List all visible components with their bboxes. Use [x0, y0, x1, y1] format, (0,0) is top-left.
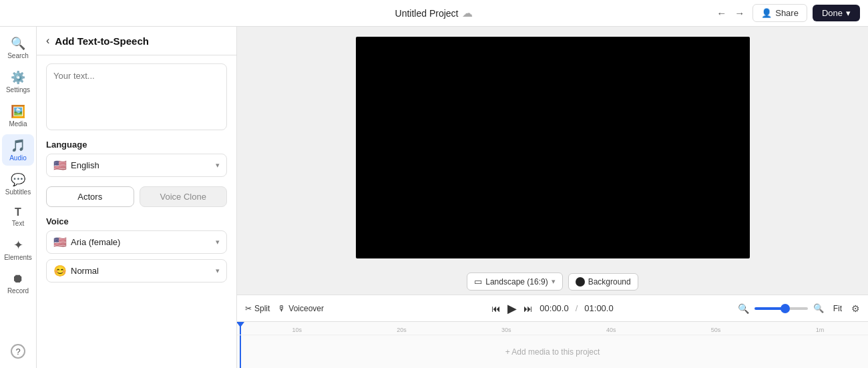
landscape-icon: ▭	[474, 277, 482, 287]
voice-style-icon: 😊	[53, 264, 67, 277]
voiceover-button[interactable]: 🎙 Voiceover	[278, 304, 324, 313]
panel-title: Add Text-to-Speech	[55, 35, 149, 47]
style-chevron-icon: ▾	[216, 266, 220, 275]
voice-section: Voice 🇺🇸 Aria (female) ▾ 😊 Normal ▾	[46, 216, 227, 283]
timeline-toolbar: ✂ Split 🎙 Voiceover ⏮ ▶ ⏭ 00:00.0 / 01:0…	[237, 295, 868, 322]
media-icon: 🖼️	[11, 104, 25, 119]
done-button[interactable]: Done ▾	[813, 5, 860, 21]
tab-actors[interactable]: Actors	[46, 186, 134, 207]
ruler-mark-30s: 30s	[501, 327, 554, 333]
sidebar-item-elements[interactable]: ✦ Elements	[2, 234, 34, 265]
voice-flag: 🇺🇸	[53, 236, 67, 248]
ruler-mark-1	[345, 327, 397, 333]
audio-icon: 🎵	[11, 138, 25, 153]
ruler-mark-1m: 1m	[816, 327, 868, 333]
ruler-mark-40s: 40s	[606, 327, 658, 333]
settings-icon: ⚙️	[11, 70, 25, 85]
panel-content: Language 🇺🇸 English ▾ Actors Voice Clone…	[37, 55, 236, 291]
elements-icon: ✦	[13, 238, 23, 252]
text-icon: T	[15, 206, 21, 218]
sidebar-item-subtitles[interactable]: 💬 Subtitles	[2, 168, 34, 200]
top-bar-right: ← → 👤 Share Done ▾	[714, 4, 860, 22]
undo-button[interactable]: ←	[714, 5, 729, 21]
background-button[interactable]: Background	[568, 273, 638, 291]
timeline-toolbar-center: ⏮ ▶ ⏭ 00:00.0 / 01:00.0	[450, 301, 655, 316]
timeline-track-area: 10s 20s 30s 40s 50s 1m	[237, 322, 868, 368]
undo-redo: ← →	[714, 5, 747, 21]
voice-label: Voice	[46, 216, 227, 226]
zoom-out-button[interactable]: 🔍	[738, 303, 749, 314]
language-section: Language 🇺🇸 English ▾	[46, 140, 227, 177]
project-title: Untitled Project	[395, 8, 459, 19]
ruler-mark-3	[554, 327, 606, 333]
ruler-mark-0	[240, 327, 292, 333]
landscape-chevron-icon: ▾	[552, 277, 556, 286]
video-preview	[356, 37, 750, 258]
sidebar-item-record[interactable]: ⏺ Record	[2, 268, 34, 299]
sidebar-item-settings[interactable]: ⚙️ Settings	[2, 66, 34, 98]
sidebar-item-text[interactable]: T Text	[2, 202, 34, 231]
add-media-track[interactable]: + Add media to this project	[237, 335, 868, 368]
redo-button[interactable]: →	[732, 5, 747, 21]
timeline-settings-button[interactable]: ⚙	[851, 303, 860, 314]
landscape-button[interactable]: ▭ Landscape (16:9) ▾	[467, 272, 562, 291]
language-dropdown-left: 🇺🇸 English	[53, 159, 99, 172]
background-label: Background	[588, 277, 631, 287]
split-button[interactable]: ✂ Split	[245, 304, 270, 313]
language-flag: 🇺🇸	[53, 159, 67, 172]
timeline-playhead	[240, 322, 241, 335]
zoom-in-button[interactable]: 🔍	[813, 303, 824, 313]
sidebar-item-audio[interactable]: 🎵 Audio	[2, 134, 34, 166]
voice-dropdown[interactable]: 🇺🇸 Aria (female) ▾	[46, 230, 227, 254]
sidebar-bottom: ?	[2, 340, 34, 368]
voice-style-value: Normal	[71, 266, 99, 276]
zoom-slider[interactable]	[754, 307, 808, 310]
record-icon: ⏺	[12, 272, 24, 286]
back-button[interactable]: ‹	[46, 35, 49, 47]
sidebar-item-search[interactable]: 🔍 Search	[2, 32, 34, 63]
share-icon: 👤	[761, 8, 772, 18]
background-color-swatch	[576, 277, 585, 287]
search-icon: 🔍	[11, 36, 25, 51]
play-button[interactable]: ▶	[507, 301, 517, 316]
canvas-area: ▭ Landscape (16:9) ▾ Background	[237, 27, 868, 295]
split-icon: ✂	[245, 304, 252, 313]
text-to-speech-input[interactable]	[46, 63, 227, 130]
timeline-toolbar-right: 🔍 🔍 Fit ⚙	[655, 302, 860, 315]
voice-value: Aria (female)	[71, 237, 120, 247]
tab-voice-clone[interactable]: Voice Clone	[140, 186, 228, 207]
share-button[interactable]: 👤 Share	[752, 4, 807, 22]
voice-style-dropdown[interactable]: 😊 Normal ▾	[46, 259, 227, 283]
ruler-mark-5	[763, 327, 815, 333]
ruler-mark-2	[449, 327, 501, 333]
sidebar-item-help[interactable]: ?	[2, 340, 34, 363]
ruler-mark-10s: 10s	[292, 327, 344, 333]
icon-sidebar: 🔍 Search ⚙️ Settings 🖼️ Media 🎵 Audio 💬 …	[0, 27, 37, 368]
ruler-mark-20s: 20s	[397, 327, 449, 333]
time-separator: /	[576, 303, 578, 313]
ruler-marks: 10s 20s 30s 40s 50s 1m	[240, 327, 868, 333]
canvas-container	[237, 27, 868, 268]
rewind-button[interactable]: ⏮	[491, 303, 501, 314]
timeline-area: ✂ Split 🎙 Voiceover ⏮ ▶ ⏭ 00:00.0 / 01:0…	[237, 295, 868, 368]
panel: ‹ Add Text-to-Speech Language 🇺🇸 English…	[37, 27, 237, 368]
voice-style-left: 😊 Normal	[53, 264, 99, 277]
panel-header: ‹ Add Text-to-Speech	[37, 27, 236, 55]
fast-forward-button[interactable]: ⏭	[523, 303, 533, 314]
chevron-down-icon: ▾	[846, 8, 851, 18]
language-value: English	[71, 160, 99, 170]
landscape-label: Landscape (16:9)	[485, 277, 548, 287]
fit-button[interactable]: Fit	[829, 302, 846, 315]
total-time: 01:00.0	[584, 303, 613, 313]
cloud-icon: ☁	[462, 7, 473, 19]
canvas-bottom-bar: ▭ Landscape (16:9) ▾ Background	[237, 268, 868, 295]
sidebar-item-media[interactable]: 🖼️ Media	[2, 100, 34, 132]
main-layout: 🔍 Search ⚙️ Settings 🖼️ Media 🎵 Audio 💬 …	[0, 27, 868, 368]
playhead-triangle	[237, 322, 244, 327]
voice-chevron-icon: ▾	[216, 238, 220, 246]
language-dropdown[interactable]: 🇺🇸 English ▾	[46, 154, 227, 177]
help-icon: ?	[11, 344, 25, 359]
subtitles-icon: 💬	[11, 172, 25, 187]
voice-dropdown-left: 🇺🇸 Aria (female)	[53, 236, 120, 248]
ruler-mark-4	[658, 327, 710, 333]
